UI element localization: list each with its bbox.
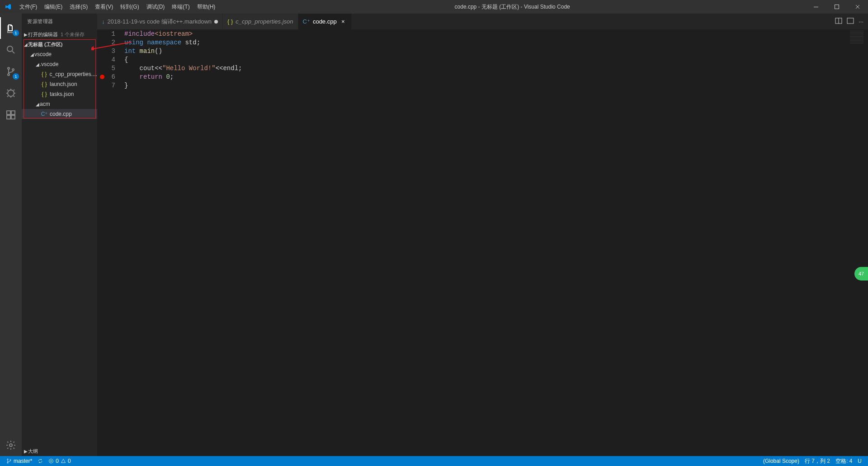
sync-status[interactable] xyxy=(35,458,46,464)
vscode-logo-icon xyxy=(0,3,16,10)
git-branch-icon xyxy=(6,458,12,464)
code-line[interactable]: #include<iostream> xyxy=(124,30,868,38)
chevron-right-icon: ▶ xyxy=(24,449,28,454)
sidebar-explorer: 资源管理器 ▶ 打开的编辑器 1 个未保存 ◢ 无标题 (工作区) ◢ vsco… xyxy=(22,14,97,456)
warning-count: 0 xyxy=(68,458,71,464)
indentation-status[interactable]: 空格: 4 xyxy=(833,457,855,465)
line-number-gutter: 1234567 xyxy=(97,29,124,456)
encoding-status[interactable]: U xyxy=(855,457,864,465)
minimap[interactable] xyxy=(850,31,863,44)
menu-edit[interactable]: 编辑(E) xyxy=(41,0,66,14)
close-button[interactable] xyxy=(847,0,868,14)
code-line[interactable]: } xyxy=(124,81,868,90)
menu-view[interactable]: 查看(V) xyxy=(91,0,117,14)
tab-code-cpp[interactable]: C⁺ code.cpp × xyxy=(298,14,352,29)
svg-point-16 xyxy=(7,459,8,460)
json-file-icon: { } xyxy=(41,71,48,77)
editor-tabs: ↓ 2018-11-19-vs code 编译c++.markdown { } … xyxy=(97,14,868,29)
code-editor[interactable]: 1234567 #include<iostream>using namespac… xyxy=(97,29,868,456)
error-icon xyxy=(48,458,54,464)
maximize-button[interactable] xyxy=(826,0,847,14)
tab-label: c_cpp_properties.json xyxy=(236,18,293,25)
line-number: 1 xyxy=(97,30,115,38)
cpp-file-icon: C⁺ xyxy=(303,18,310,25)
activity-settings[interactable] xyxy=(0,434,22,456)
floating-badge[interactable]: 47 xyxy=(854,267,868,281)
folder-vscode[interactable]: ◢ vscode xyxy=(22,49,97,59)
tab-c-cpp-properties[interactable]: { } c_cpp_properties.json xyxy=(223,14,298,29)
scope-status[interactable]: (Global Scope) xyxy=(760,457,802,465)
line-number: 7 xyxy=(97,81,115,90)
sidebar-title: 资源管理器 xyxy=(22,14,97,29)
problems-status[interactable]: 0 0 xyxy=(46,458,73,464)
code-line[interactable]: int main() xyxy=(124,47,868,56)
bug-icon xyxy=(5,88,16,99)
sync-icon xyxy=(38,458,43,464)
status-bar: master* 0 0 (Global Scope) 行 7，列 2 空格: 4… xyxy=(0,456,868,466)
svg-point-3 xyxy=(8,67,9,69)
activity-explorer[interactable]: 1 xyxy=(0,17,22,39)
git-branch-status[interactable]: master* xyxy=(4,458,35,464)
editor-area: ↓ 2018-11-19-vs code 编译c++.markdown { } … xyxy=(97,14,868,456)
json-file-icon: { } xyxy=(41,91,48,97)
cursor-position-status[interactable]: 行 7，列 2 xyxy=(802,457,833,465)
code-lines[interactable]: #include<iostream>using namespace std;in… xyxy=(124,29,868,456)
file-c-cpp-properties[interactable]: { } c_cpp_properties.... xyxy=(22,69,97,79)
menu-file[interactable]: 文件(F) xyxy=(16,0,41,14)
window-title: code.cpp - 无标题 (工作区) - Visual Studio Cod… xyxy=(219,3,806,11)
file-launch-json[interactable]: { } launch.json xyxy=(22,79,97,89)
code-line[interactable]: using namespace std; xyxy=(124,38,868,47)
json-file-icon: { } xyxy=(41,81,48,87)
menu-go[interactable]: 转到(G) xyxy=(117,0,142,14)
activity-search[interactable] xyxy=(0,39,22,61)
workspace-label: 无标题 (工作区) xyxy=(28,41,62,48)
explorer-badge: 1 xyxy=(13,30,19,36)
menu-terminal[interactable]: 终端(T) xyxy=(168,0,193,14)
search-icon xyxy=(5,44,16,55)
svg-point-18 xyxy=(10,460,11,461)
more-actions-icon[interactable]: ··· xyxy=(859,18,863,25)
folder-dot-vscode[interactable]: ◢ .vscode xyxy=(22,59,97,69)
branch-name: master* xyxy=(14,458,32,464)
open-editors-header[interactable]: ▶ 打开的编辑器 1 个未保存 xyxy=(22,29,97,39)
breakpoint-icon[interactable] xyxy=(100,75,104,79)
file-label: code.cpp xyxy=(50,111,72,117)
file-label: c_cpp_properties.... xyxy=(50,71,97,77)
minimize-button[interactable] xyxy=(806,0,826,14)
menu-selection[interactable]: 选择(S) xyxy=(66,0,91,14)
activity-debug[interactable] xyxy=(0,82,22,104)
svg-rect-7 xyxy=(7,111,10,114)
scm-badge: 1 xyxy=(13,73,19,80)
close-tab-icon[interactable]: × xyxy=(340,18,347,25)
folder-acm[interactable]: ◢ acm xyxy=(22,99,97,109)
svg-rect-1 xyxy=(835,5,839,9)
svg-point-4 xyxy=(8,74,9,76)
outline-header[interactable]: ▶ 大纲 xyxy=(22,446,97,456)
svg-point-5 xyxy=(12,69,14,71)
svg-rect-8 xyxy=(7,115,10,119)
split-editor-icon[interactable] xyxy=(835,17,842,26)
code-line[interactable]: return 0; xyxy=(124,73,868,81)
svg-point-2 xyxy=(7,46,13,52)
svg-rect-0 xyxy=(814,7,818,7)
file-code-cpp[interactable]: C⁺ code.cpp xyxy=(22,109,97,119)
svg-rect-10 xyxy=(11,111,15,114)
editor-layout-icon[interactable] xyxy=(847,17,854,26)
folder-label: acm xyxy=(40,101,50,107)
menu-debug[interactable]: 调试(D) xyxy=(143,0,169,14)
open-editors-label: 打开的编辑器 xyxy=(28,31,58,38)
code-line[interactable]: cout<<"Hello World!"<<endl; xyxy=(124,64,868,73)
code-line[interactable]: { xyxy=(124,56,868,64)
activity-extensions[interactable] xyxy=(0,104,22,126)
markdown-file-icon: ↓ xyxy=(102,18,105,25)
file-label: tasks.json xyxy=(50,91,74,97)
json-file-icon: { } xyxy=(227,18,233,25)
file-tasks-json[interactable]: { } tasks.json xyxy=(22,89,97,99)
menu-help[interactable]: 帮助(H) xyxy=(193,0,219,14)
workspace-header[interactable]: ◢ 无标题 (工作区) xyxy=(22,39,97,49)
window-controls xyxy=(806,0,868,14)
chevron-down-icon: ◢ xyxy=(35,62,40,67)
file-label: launch.json xyxy=(50,81,77,87)
tab-markdown[interactable]: ↓ 2018-11-19-vs code 编译c++.markdown xyxy=(97,14,223,29)
activity-source-control[interactable]: 1 xyxy=(0,61,22,82)
